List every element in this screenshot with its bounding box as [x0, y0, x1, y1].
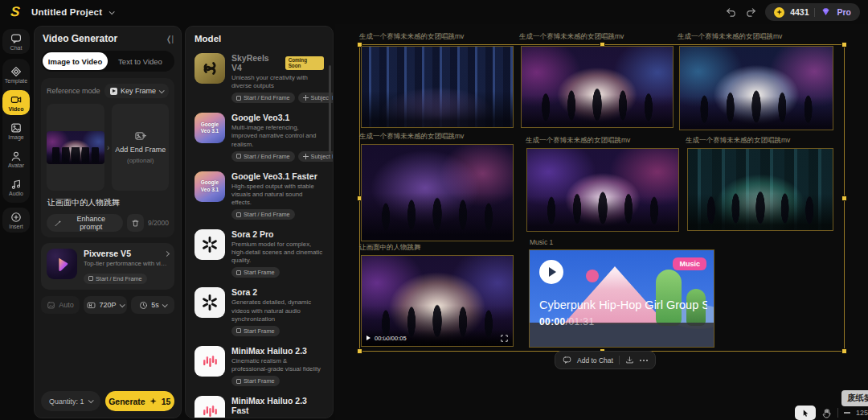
music-card[interactable]: Music Cyberpunk Hip-Hop Girl Group S... … — [529, 249, 714, 348]
music-note-icon — [10, 179, 22, 190]
hailuo-logo-icon — [194, 396, 225, 418]
model-item-google-veo31[interactable]: GoogleVeo 3.1 Google Veo3.1 Multi-image … — [190, 108, 328, 166]
play-icon[interactable] — [366, 336, 371, 340]
chevron-right-icon — [164, 250, 170, 256]
video-caption: 让画面中的人物跳舞 — [359, 243, 421, 253]
credits-pill[interactable]: 4431 Pro — [765, 3, 860, 21]
tab-text-to-video[interactable]: Text to Video — [108, 52, 173, 70]
selection-handle[interactable] — [357, 348, 362, 354]
view-controls: 125% — [795, 406, 868, 420]
app-window: S Untitled Project 4431 Pro Chat Templa — [0, 0, 868, 420]
more-options-icon[interactable] — [640, 360, 648, 361]
video-thumbnail-2[interactable] — [521, 46, 674, 128]
model-item-sora-2[interactable]: Sora 2 Generates detailed, dynamic video… — [190, 282, 328, 340]
selected-model-card[interactable]: Pixverse V5 Top-tier performance with vi… — [41, 243, 174, 290]
generate-button[interactable]: Generate 15 — [105, 391, 174, 411]
video-caption: 生成一个赛博未来感的女团唱跳mv — [678, 32, 782, 42]
undo-icon[interactable] — [725, 6, 737, 19]
prompt-card: Reference mode Key Frame › Add End Frame… — [41, 78, 174, 237]
video-thumbnail-6[interactable] — [687, 148, 833, 231]
download-icon[interactable] — [625, 356, 634, 364]
expand-icon[interactable] — [501, 335, 508, 342]
sidebar-item-audio[interactable]: Audio — [2, 175, 30, 200]
pointer-tool-button[interactable] — [795, 406, 816, 420]
tab-image-to-video[interactable]: Image to Video — [43, 52, 108, 70]
redo-icon[interactable] — [745, 6, 757, 19]
selection-handle[interactable] — [841, 196, 847, 201]
video-caption: 生成一个赛博未来感的女团唱跳mv — [686, 136, 790, 146]
end-frame-box[interactable]: Add End Frame (optional) — [112, 104, 169, 191]
insert-plus-icon — [10, 212, 22, 223]
hand-tool-icon[interactable] — [821, 408, 832, 418]
image-icon — [10, 122, 22, 134]
add-to-chat-button[interactable]: Add to Chat — [577, 356, 613, 364]
collapse-panel-icon[interactable]: ❬| — [166, 35, 173, 43]
model-tag: Start Frame — [231, 267, 280, 278]
sidebar-label: Image — [8, 134, 23, 140]
model-item-hailuo-23-fast[interactable]: MiniMax Hailuo 2.3 Fast Quicker, lighter… — [190, 391, 328, 418]
end-frame-label: Add End Frame — [115, 146, 166, 154]
reference-mode-select[interactable]: Key Frame — [104, 84, 169, 98]
model-item-google-veo31-faster[interactable]: GoogleVeo 3.1 Google Veo3.1 Faster High-… — [190, 167, 328, 224]
video-thumbnail-4[interactable] — [361, 144, 514, 241]
selection-toolbar: Add to Chat — [555, 351, 656, 369]
model-desc: High-speed output with stable visuals an… — [231, 183, 324, 207]
sidebar-label: Avatar — [8, 163, 24, 168]
duration-select[interactable]: 5s — [131, 296, 174, 314]
model-tag: Start Frame — [231, 326, 280, 336]
quantity-select[interactable]: Quantity: 1 — [41, 391, 100, 411]
resolution-select[interactable]: 720P — [84, 296, 127, 314]
prompt-input[interactable]: 让画面中的人物跳舞 — [47, 196, 169, 214]
generate-label: Generate — [108, 397, 145, 406]
video-generator-panel: Video Generator ❬| Image to Video Text t… — [34, 26, 182, 418]
sidebar-item-video[interactable]: Video — [2, 90, 30, 115]
zoom-level[interactable]: 125% — [856, 409, 868, 417]
model-tag: Start / End Frame — [231, 151, 295, 162]
music-play-button[interactable] — [539, 260, 563, 284]
chevron-down-icon — [159, 88, 165, 93]
hailuo-logo-icon — [194, 346, 225, 377]
scrollbar-thumb[interactable] — [329, 65, 331, 154]
video-thumbnail-7[interactable]: 00:00/00:05 — [361, 255, 514, 347]
model-panel-title: Model — [186, 27, 333, 48]
sidebar-item-template[interactable]: Template — [2, 62, 30, 87]
video-thumbnail-5[interactable] — [526, 148, 679, 232]
music-title: Cyberpunk Hip-Hop Girl Group S... — [539, 299, 707, 311]
chat-bubble-icon[interactable] — [563, 356, 571, 364]
zoom-out-icon[interactable] — [844, 412, 850, 414]
end-frame-sublabel: (optional) — [127, 157, 154, 164]
selection-handle[interactable] — [841, 42, 847, 47]
app-logo[interactable]: S — [6, 4, 25, 20]
resolution-value: 720P — [99, 301, 116, 309]
frame-tag-icon — [236, 379, 241, 384]
frame-tag-icon — [236, 154, 241, 159]
enhance-prompt-button[interactable]: Enhance prompt — [47, 214, 123, 232]
auto-toggle[interactable]: Auto — [41, 296, 80, 314]
selection-handle[interactable] — [841, 348, 847, 354]
sidebar-item-insert[interactable]: Insert — [2, 208, 30, 233]
model-name: Sora 2 — [231, 287, 257, 297]
reference-mode-label: Reference mode — [47, 87, 100, 95]
model-item-hailuo-23[interactable]: MiniMax Hailuo 2.3 Cinematic realism & p… — [190, 341, 328, 391]
project-title[interactable]: Untitled Project — [31, 7, 102, 17]
model-tag: Start / End Frame — [231, 93, 295, 103]
sidebar-item-image[interactable]: Image — [2, 118, 30, 143]
chevron-down-icon — [162, 302, 167, 307]
video-thumbnail-3[interactable] — [679, 46, 833, 130]
model-item-skyreels-v4[interactable]: SkyReels V4Coming Soon Unleash your crea… — [190, 48, 328, 108]
sidebar-label: Insert — [9, 224, 23, 229]
sidebar-item-chat[interactable]: Chat — [2, 29, 30, 54]
video-player-bar: 00:00/00:05 — [362, 330, 513, 346]
frame-tag-icon — [236, 96, 241, 101]
project-menu-chevron-icon[interactable] — [109, 9, 115, 14]
duration-value: 5s — [151, 301, 159, 309]
video-thumbnail-1[interactable] — [361, 46, 514, 128]
model-item-sora-2-pro[interactable]: Sora 2 Pro Premium model for complex, hi… — [190, 224, 328, 282]
mode-tabs: Image to Video Text to Video — [41, 51, 174, 72]
canvas[interactable]: 生成一个赛博未来感的女团唱跳mv 生成一个赛博未来感的女团唱跳mv 生成一个赛博… — [335, 24, 868, 420]
sidebar-item-avatar[interactable]: Avatar — [2, 146, 30, 171]
add-image-icon — [134, 130, 146, 142]
sidebar-tool-group: Template Video Image Avatar Audio — [2, 59, 30, 203]
clear-prompt-button[interactable] — [127, 214, 144, 232]
start-frame-box[interactable] — [47, 104, 104, 191]
